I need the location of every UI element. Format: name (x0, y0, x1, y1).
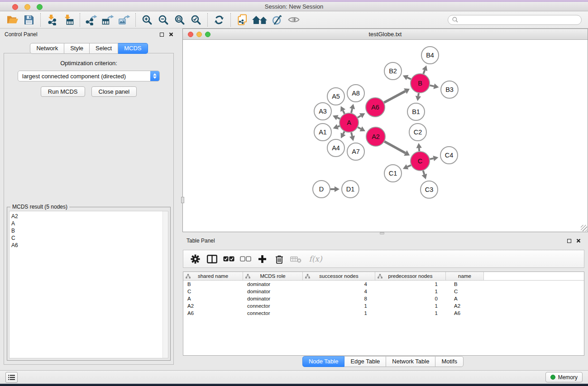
graph-edge-A2-C[interactable] (384, 142, 410, 156)
export-image-button[interactable] (116, 13, 132, 27)
table-cell[interactable]: 1 (303, 310, 375, 316)
table-cell[interactable]: A6 (446, 310, 484, 316)
table-cell[interactable]: 1 (375, 281, 446, 287)
table-settings-button[interactable] (187, 252, 204, 266)
export-table-button[interactable] (100, 13, 116, 27)
graph-node-D1[interactable]: D1 (342, 181, 359, 198)
table-tab-node-table[interactable]: Node Table (302, 356, 345, 367)
network-minimize-button[interactable] (196, 32, 202, 37)
graph-edge-C-C3[interactable] (422, 171, 427, 179)
graph-node-A8[interactable]: A8 (347, 85, 364, 102)
table-cell[interactable]: C (183, 289, 243, 294)
table-cell[interactable]: 1 (375, 310, 446, 316)
function-builder-button[interactable]: f(x) (304, 252, 327, 266)
minimize-window-button[interactable] (24, 4, 30, 10)
table-tab-edge-table[interactable]: Edge Table (344, 356, 386, 367)
column-header-predecessor-nodes[interactable]: predecessor nodes (375, 272, 446, 280)
export-network-button[interactable] (83, 13, 100, 27)
graph-node-A5[interactable]: A5 (327, 88, 344, 105)
create-column-button[interactable] (254, 252, 271, 266)
import-network-button[interactable] (44, 13, 60, 27)
show-column-panel-button[interactable] (204, 252, 220, 266)
search-field[interactable] (448, 15, 582, 25)
table-row[interactable]: Cdominator41C (183, 288, 584, 295)
table-cell[interactable]: connector (243, 303, 303, 309)
resize-grip-icon[interactable] (581, 225, 587, 231)
show-panel-menu-button[interactable] (5, 372, 18, 383)
graph-node-A1[interactable]: A1 (314, 124, 331, 141)
column-header-name[interactable]: name (446, 272, 484, 280)
table-row[interactable]: Bdominator41B (183, 281, 584, 288)
network-canvas[interactable]: B4B2BB3A8A5A6A3B1AA1C2A2A4A7C4CC1C3DD1 (183, 40, 588, 232)
table-cell[interactable]: A6 (183, 310, 243, 316)
divider-grip-icon[interactable] (380, 232, 384, 234)
graph-node-A[interactable]: A (339, 113, 359, 132)
mcds-result-item[interactable]: A (11, 220, 161, 227)
column-header-shared-name[interactable]: shared name (183, 272, 243, 280)
table-cell[interactable]: 4 (303, 289, 375, 294)
graph-node-A6[interactable]: A6 (366, 98, 385, 117)
graph-edge-A-A2[interactable] (358, 126, 365, 131)
graph-edge-A-A7[interactable] (349, 132, 355, 141)
graph-node-C4[interactable]: C4 (440, 147, 458, 164)
table-cell[interactable]: B (446, 281, 484, 287)
search-input[interactable] (461, 17, 577, 23)
save-session-button[interactable] (21, 13, 37, 27)
table-cell[interactable]: 1 (375, 303, 446, 309)
zoom-selected-button[interactable] (188, 13, 204, 27)
tab-network[interactable]: Network (30, 43, 64, 54)
mcds-result-item[interactable]: C (11, 234, 161, 242)
mcds-result-item[interactable]: A6 (11, 242, 161, 249)
network-zoom-button[interactable] (205, 32, 210, 37)
table-cell[interactable]: B (183, 281, 243, 287)
graph-node-D[interactable]: D (313, 181, 330, 198)
select-all-button[interactable] (220, 252, 237, 266)
graph-edge-D-D1[interactable] (330, 186, 339, 192)
graph-node-A2[interactable]: A2 (366, 127, 385, 146)
column-header-successor-nodes[interactable]: successor nodes (303, 272, 375, 280)
graph-node-B2[interactable]: B2 (384, 62, 402, 80)
table-cell[interactable]: A2 (446, 303, 484, 309)
graph-node-C2[interactable]: C2 (409, 124, 426, 141)
zoom-fit-button[interactable] (172, 13, 188, 27)
table-cell[interactable]: dominator (243, 281, 303, 287)
graph-edge-C-C1[interactable] (403, 164, 411, 169)
network-close-button[interactable] (188, 32, 193, 37)
close-table-panel-icon[interactable] (576, 238, 581, 243)
table-cell[interactable]: 1 (303, 303, 375, 309)
graph-edge-A-A1[interactable] (333, 124, 340, 129)
splitter-grip-icon[interactable] (181, 197, 184, 203)
graph-edge-A-A8[interactable] (349, 104, 355, 113)
graph-edge-A-A3[interactable] (333, 115, 340, 120)
unselect-all-button[interactable] (237, 252, 254, 266)
tab-mcds[interactable]: MCDS (118, 43, 148, 54)
graph-node-C1[interactable]: C1 (384, 165, 402, 182)
birds-eye-button[interactable] (286, 13, 302, 27)
import-table-button[interactable] (60, 13, 76, 27)
run-mcds-button[interactable]: Run MCDS (41, 86, 85, 97)
graph-edge-A-A5[interactable] (340, 106, 345, 114)
graph-edge-B-B1[interactable] (416, 93, 421, 101)
memory-button[interactable]: Memory (545, 372, 583, 382)
table-cell[interactable]: connector (243, 310, 303, 316)
mcds-result-item[interactable]: A2 (11, 213, 161, 220)
table-cell[interactable]: 8 (303, 296, 375, 301)
graphics-details-button[interactable] (269, 13, 286, 27)
open-session-button[interactable] (5, 13, 21, 27)
zoom-in-button[interactable] (139, 13, 155, 27)
delete-table-button[interactable] (287, 252, 304, 266)
table-row[interactable]: A2connector11A2 (183, 302, 584, 310)
tab-select[interactable]: Select (90, 43, 118, 54)
table-cell[interactable]: dominator (243, 296, 303, 301)
home-button[interactable] (250, 13, 269, 27)
graph-edge-B-B3[interactable] (430, 84, 439, 89)
graph-node-B1[interactable]: B1 (407, 103, 425, 120)
delete-column-button[interactable] (271, 252, 287, 266)
tab-style[interactable]: Style (64, 43, 90, 54)
clone-network-button[interactable] (234, 13, 250, 27)
graph-node-C3[interactable]: C3 (421, 181, 438, 198)
close-panel-icon[interactable] (169, 32, 173, 37)
criterion-dropdown[interactable]: largest connected component (directed) (18, 71, 160, 81)
table-cell[interactable]: C (446, 289, 484, 294)
graph-edge-A-A4[interactable] (341, 132, 346, 138)
